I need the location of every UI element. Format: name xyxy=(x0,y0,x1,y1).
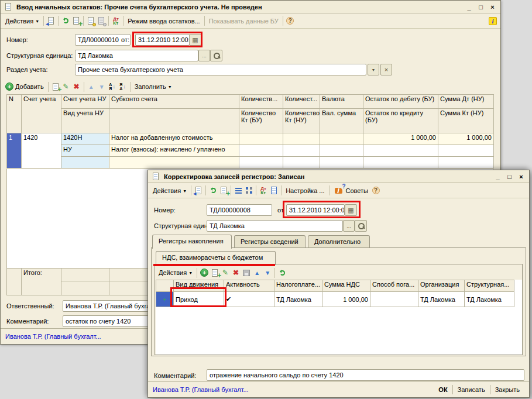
section-field[interactable]: Прочие счета бухгалтерского учета xyxy=(75,64,366,75)
section-dropdown-button[interactable]: ▼ xyxy=(368,64,379,75)
actions-menu-button[interactable]: Действия ▼ xyxy=(150,186,189,195)
move-down-button[interactable]: ▼ xyxy=(97,82,107,91)
qty-nu-cell[interactable] xyxy=(283,133,320,145)
fill-menu-button[interactable]: Заполнить ▼ xyxy=(132,82,174,91)
add-row-button[interactable]: + xyxy=(199,268,210,277)
empty-cell[interactable] xyxy=(438,157,494,168)
responsible-link[interactable]: Иванова Т.Р. (Главный бухгалт... xyxy=(5,333,101,340)
close-button[interactable]: Закрыть xyxy=(490,384,524,395)
refresh-button[interactable] xyxy=(60,16,71,26)
post-document-button[interactable]: ◄ xyxy=(46,16,56,26)
balances-mode-button[interactable]: Режим ввода остатков... xyxy=(125,16,202,26)
delete-row-button[interactable]: ✖ xyxy=(71,82,82,91)
choose-button[interactable]: ... xyxy=(343,220,355,232)
maximize-button[interactable]: □ xyxy=(506,173,513,180)
post-document-button[interactable]: ◄ xyxy=(193,186,204,195)
minimize-button[interactable]: _ xyxy=(465,4,473,11)
sort-desc-button[interactable]: ЯА↓ xyxy=(118,82,128,91)
main-toolbar: Действия ▼ ◄ + ДтКт Настройка ... ? Сове… xyxy=(148,183,529,198)
info-button[interactable]: i xyxy=(488,16,498,26)
organization-cell[interactable]: ТД Лакомка xyxy=(418,292,465,307)
empty-cell[interactable] xyxy=(320,157,363,168)
ok-button[interactable]: ОК xyxy=(434,384,452,395)
copy-row-button[interactable]: + xyxy=(50,82,61,91)
copy-button[interactable]: + xyxy=(71,16,81,26)
copy-row-button[interactable]: + xyxy=(210,268,220,277)
list-settings-button[interactable] xyxy=(243,186,254,195)
chevron-down-icon: ▼ xyxy=(188,270,193,275)
help-button[interactable]: ? xyxy=(370,186,381,195)
refresh-list-button[interactable] xyxy=(277,268,287,277)
edit-row-button[interactable]: ✎ xyxy=(220,268,231,277)
method-cell[interactable] xyxy=(370,292,418,307)
postings-button[interactable] xyxy=(85,16,96,26)
amount-dt-cell[interactable]: 1 000,00 xyxy=(438,133,494,145)
save-button[interactable]: Записать xyxy=(453,384,490,395)
tips-button[interactable]: ? Советы xyxy=(331,185,370,197)
move-up-button[interactable]: ▲ xyxy=(86,82,97,91)
minimize-button[interactable]: _ xyxy=(494,173,502,180)
empty-cell[interactable] xyxy=(109,157,239,168)
maximize-button[interactable]: □ xyxy=(477,4,485,11)
actions-menu-button[interactable]: Действия ▼ xyxy=(3,16,42,26)
col-header: Сумма НДС xyxy=(322,280,370,292)
account-nu-cell[interactable]: 1420Н xyxy=(61,133,109,145)
empty-cell[interactable] xyxy=(363,157,438,168)
number-field[interactable]: ТДЛ00000008 xyxy=(207,204,272,216)
empty-cell[interactable] xyxy=(239,157,283,168)
row-number-cell[interactable]: 1 xyxy=(7,133,22,168)
title-bar[interactable]: Ввод начальных остатков: Прочие счета бу… xyxy=(1,1,500,13)
account-cell[interactable]: 1420 xyxy=(22,133,61,168)
info-icon: i xyxy=(489,17,497,25)
sort-asc-button[interactable]: АЯ↓ xyxy=(107,82,118,91)
dt-kt-button[interactable]: ДтКт xyxy=(258,186,269,195)
copy-button[interactable]: + xyxy=(218,186,229,195)
tab-additional[interactable]: Дополнительно xyxy=(308,235,370,249)
choose-button[interactable]: ... xyxy=(198,50,210,61)
empty-cell[interactable] xyxy=(239,145,283,157)
nu-type-cell[interactable]: НУ xyxy=(61,145,109,157)
balances-table: N Счет учета Счет учета НУ Субконто счет… xyxy=(6,94,494,168)
vat-amount-cell[interactable]: 1 000,00 xyxy=(322,292,370,307)
close-button[interactable]: × xyxy=(517,173,525,180)
search-button[interactable] xyxy=(210,50,222,61)
responsible-link[interactable]: Иванова Т.Р. (Главный бухгалт... xyxy=(153,386,249,393)
empty-cell[interactable] xyxy=(363,145,438,157)
unit-cell[interactable]: ТД Лакомка xyxy=(465,292,514,307)
tab-accumulation-registers[interactable]: Регистры накопления xyxy=(152,235,232,249)
move-up-button[interactable]: ▲ xyxy=(252,268,262,277)
tab-vat-budget-register[interactable]: НДС, взаиморасчеты с бюджетом xyxy=(156,251,276,265)
delete-row-button[interactable]: ✖ xyxy=(231,268,241,277)
close-button[interactable]: × xyxy=(489,4,496,11)
move-down-button[interactable]: ▼ xyxy=(262,268,273,277)
report-button[interactable] xyxy=(269,186,279,195)
qty-cell[interactable] xyxy=(239,133,283,145)
unit-field[interactable]: ТД Лакомка xyxy=(207,220,343,232)
title-bar[interactable]: Корректировка записей регистров: Записан… xyxy=(148,170,529,183)
empty-cell[interactable] xyxy=(61,157,109,168)
debit-balance-cell[interactable]: 1 000,00 xyxy=(363,133,438,145)
settings-button[interactable]: Настройка ... xyxy=(283,186,327,195)
dt-kt-button[interactable]: ДтКт xyxy=(111,16,121,26)
list-view-button[interactable] xyxy=(233,186,243,195)
search-button[interactable] xyxy=(355,220,367,232)
subconto-nu-cell[interactable]: Налог (взносы): начислено / уплачено xyxy=(109,145,239,157)
subconto-cell[interactable]: Налог на добавленную стоимость xyxy=(109,133,239,145)
empty-cell[interactable] xyxy=(438,145,494,157)
currency-cell[interactable] xyxy=(320,133,363,145)
empty-cell[interactable] xyxy=(283,145,320,157)
empty-cell[interactable] xyxy=(320,145,363,157)
section-clear-button[interactable]: × xyxy=(380,64,392,75)
activity-cell[interactable]: ✔ xyxy=(224,292,274,307)
tab-information-registers[interactable]: Регистры сведений xyxy=(234,235,306,249)
col-header: Сумма Кт (НУ) xyxy=(438,109,494,133)
unit-field[interactable]: ТД Лакомка xyxy=(75,50,198,61)
comment-field[interactable]: отражение начального сальдо по счету 142… xyxy=(207,369,524,381)
taxpayer-cell[interactable]: ТД Лакомка xyxy=(274,292,322,307)
help-button[interactable]: ? xyxy=(285,16,296,26)
edit-row-button[interactable]: ✎ xyxy=(61,82,71,91)
actions-menu-button[interactable]: Действия ▼ xyxy=(156,268,195,277)
refresh-button[interactable] xyxy=(208,186,218,195)
empty-cell[interactable] xyxy=(283,157,320,168)
add-row-button[interactable]: + Добавить xyxy=(3,81,46,92)
